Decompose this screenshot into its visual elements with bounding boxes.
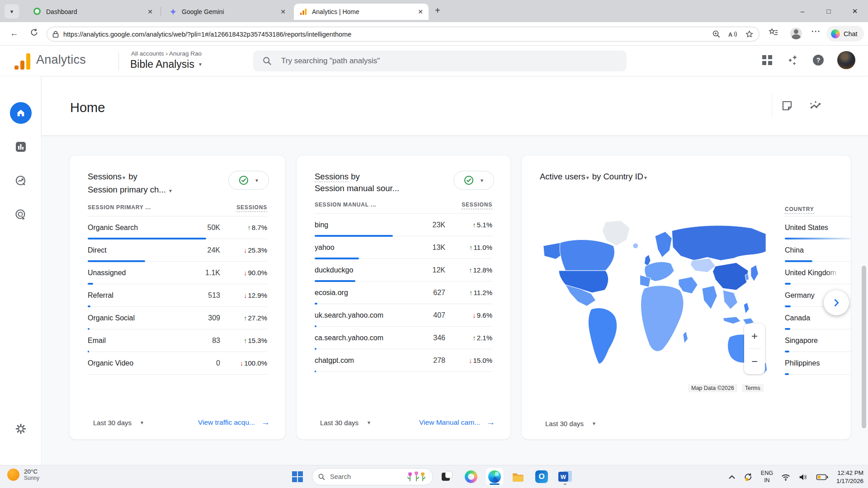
url-field[interactable]: https://analytics.google.com/analytics/w… xyxy=(47,27,760,42)
new-tab-button[interactable]: + xyxy=(435,5,440,16)
word-button[interactable]: W xyxy=(556,468,574,486)
favorite-star-icon[interactable] xyxy=(745,30,754,38)
copilot-taskbar-button[interactable] xyxy=(462,468,480,486)
country-row[interactable]: Philippines xyxy=(785,352,851,375)
taskbar-search-box[interactable]: Search xyxy=(312,468,433,485)
insights-icon[interactable] xyxy=(809,100,823,112)
table-row[interactable]: chatgpt.com 278 15.0% xyxy=(315,349,492,372)
row-change: 15.0% xyxy=(445,357,492,364)
sidebar-item-explore[interactable] xyxy=(10,170,32,192)
sparkle-icon[interactable] xyxy=(786,53,799,67)
table-row[interactable]: duckduckgo 12K 12.8% xyxy=(315,259,492,282)
property-selector[interactable]: Bible Analysis▼ xyxy=(130,58,203,70)
refresh-icon[interactable] xyxy=(30,28,38,37)
table-row[interactable]: ca.search.yahoo.com 346 2.1% xyxy=(315,327,492,349)
table-row[interactable]: Unassigned 1.1K 90.0% xyxy=(88,262,267,284)
country-row[interactable]: China xyxy=(785,239,851,262)
breadcrumb[interactable]: All accounts › Anurag Rao xyxy=(131,50,202,57)
more-options-icon[interactable]: ⋯ xyxy=(811,26,821,37)
card-title[interactable]: Active users▼ by Country ID▼ xyxy=(540,171,648,184)
taskbar-clock[interactable]: 12:42 PM 1/17/2026 xyxy=(836,469,863,485)
row-value: 50K xyxy=(189,224,220,232)
table-row[interactable]: yahoo 13K 11.0% xyxy=(315,236,492,259)
edge-taskbar-button[interactable] xyxy=(486,468,504,486)
scroll-right-button[interactable] xyxy=(824,290,849,315)
outlook-button[interactable]: O xyxy=(533,468,551,486)
table-row[interactable]: Organic Search 50K 8.7% xyxy=(88,216,267,239)
page-scrollbar[interactable] xyxy=(862,266,866,428)
tray-chevron-up-icon[interactable] xyxy=(728,474,736,480)
sidebar-item-reports[interactable] xyxy=(10,136,32,158)
analytics-search-bar[interactable]: Try searching "path analysis" xyxy=(253,51,627,71)
country-row[interactable]: United Kingdom xyxy=(785,262,851,284)
column-header-metric[interactable]: SESSIONS xyxy=(236,204,267,212)
trend-arrow-icon xyxy=(244,269,247,277)
file-explorer-button[interactable] xyxy=(509,468,527,486)
table-row[interactable]: Referral 513 12.9% xyxy=(88,284,267,307)
card-title[interactable]: Sessions▼ by Session primary ch... ▼ xyxy=(88,171,173,197)
apps-grid-icon[interactable] xyxy=(762,55,772,65)
tab-close-icon[interactable]: ✕ xyxy=(280,9,286,15)
update-sync-icon[interactable] xyxy=(743,472,753,482)
volume-icon[interactable] xyxy=(798,473,808,482)
notes-icon[interactable] xyxy=(781,100,793,112)
start-button[interactable] xyxy=(288,468,307,486)
zoom-in-icon[interactable] xyxy=(712,30,721,38)
map-zoom-out-button[interactable]: − xyxy=(744,349,765,374)
country-row[interactable]: United States xyxy=(785,216,851,239)
read-aloud-icon[interactable]: A xyxy=(728,30,738,38)
window-maximize-button[interactable]: □ xyxy=(816,0,842,22)
table-row[interactable]: Organic Video 0 100.0% xyxy=(88,352,267,375)
table-row[interactable]: ecosia.org 627 11.2% xyxy=(315,282,492,304)
trend-arrow-icon xyxy=(240,359,244,367)
view-manual-campaigns-link[interactable]: View Manual cam...→ xyxy=(419,418,495,427)
card-title[interactable]: Sessions by Session manual sour... xyxy=(315,171,399,194)
view-traffic-acquisition-link[interactable]: View traffic acqu...→ xyxy=(198,418,270,427)
column-header-metric[interactable]: SESSIONS xyxy=(462,202,492,209)
data-quality-badge[interactable]: ▼ xyxy=(453,171,494,190)
country-row[interactable]: Singapore xyxy=(785,329,851,352)
table-row[interactable]: bing 23K 5.1% xyxy=(315,214,492,236)
tab-close-icon[interactable]: ✕ xyxy=(418,9,423,15)
tab-search-chevron-icon[interactable]: ▾ xyxy=(5,4,19,19)
table-row[interactable]: Direct 24K 25.3% xyxy=(88,239,267,262)
world-map[interactable] xyxy=(539,213,769,394)
help-icon[interactable]: ? xyxy=(813,55,824,66)
task-view-button[interactable] xyxy=(439,468,457,486)
column-header-dimension[interactable]: SESSION PRIMARY ... xyxy=(88,204,151,212)
row-label: uk.search.yahoo.com xyxy=(315,311,414,319)
date-range-selector[interactable]: Last 30 days▼ xyxy=(545,420,596,427)
date-range-selector[interactable]: Last 30 days▼ xyxy=(93,419,144,427)
sidebar-item-home[interactable] xyxy=(10,102,32,124)
map-zoom-in-button[interactable]: + xyxy=(744,324,765,348)
taskbar-weather-widget[interactable]: 20°C Sunny xyxy=(7,468,39,481)
sidebar-item-advertising[interactable] xyxy=(10,204,32,225)
dashboard-favicon xyxy=(33,8,42,16)
chat-label: Chat xyxy=(844,30,858,38)
column-header-country[interactable]: COUNTRY xyxy=(785,206,814,214)
language-indicator[interactable]: ENG IN xyxy=(761,470,773,484)
back-icon[interactable]: ← xyxy=(10,28,19,38)
page-header: Home xyxy=(42,76,868,135)
map-terms-link[interactable]: Terms xyxy=(742,384,764,392)
window-close-button[interactable]: ✕ xyxy=(842,0,868,22)
table-row[interactable]: Email 83 15.3% xyxy=(88,329,267,352)
column-header-dimension[interactable]: SESSION MANUAL ... xyxy=(315,202,376,209)
data-quality-badge[interactable]: ▼ xyxy=(228,171,269,190)
sidebar-item-admin[interactable] xyxy=(10,418,32,440)
window-minimize-button[interactable]: – xyxy=(789,0,816,22)
tab-close-icon[interactable]: ✕ xyxy=(147,9,153,15)
table-row[interactable]: uk.search.yahoo.com 407 9.6% xyxy=(315,304,492,327)
date-range-selector[interactable]: Last 30 days▼ xyxy=(320,419,371,427)
browser-profile-avatar[interactable] xyxy=(790,28,802,39)
table-row[interactable]: Organic Social 309 27.2% xyxy=(88,307,267,329)
row-value: 83 xyxy=(189,337,220,345)
tab-google-gemini[interactable]: Google Gemini ✕ xyxy=(164,4,291,20)
copilot-chat-button[interactable]: Chat xyxy=(826,26,864,42)
battery-icon[interactable] xyxy=(816,473,829,482)
tab-dashboard[interactable]: Dashboard ✕ xyxy=(28,4,158,20)
wifi-icon[interactable] xyxy=(781,473,791,482)
account-avatar[interactable] xyxy=(837,51,855,69)
favorites-bar-icon[interactable] xyxy=(769,28,778,37)
tab-analytics-home[interactable]: Analytics | Home ✕ xyxy=(294,4,429,20)
